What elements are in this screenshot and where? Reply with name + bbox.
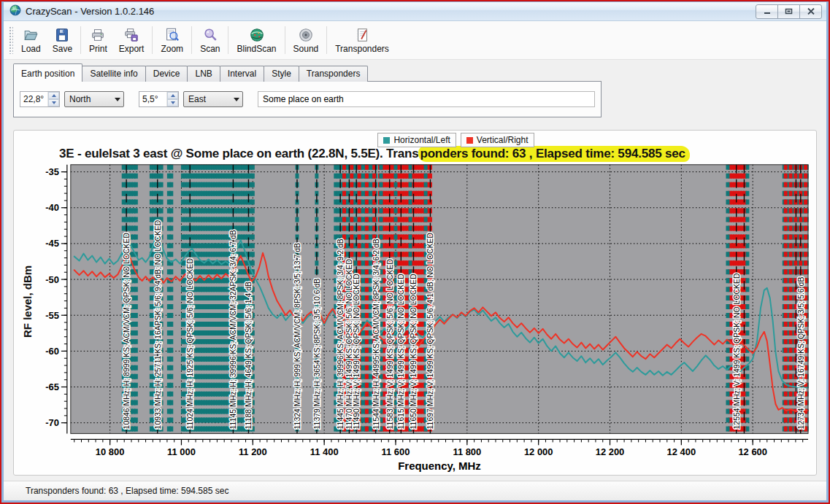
scan-button[interactable]: Scan xyxy=(194,23,226,58)
magnifier-icon xyxy=(202,27,218,43)
tab-lnb[interactable]: LNB xyxy=(187,66,220,82)
legend-label: Horizontal/Left xyxy=(393,135,450,145)
plot-row: RF level, dBm 10846 MHz; H; 8999 KS; ACM… xyxy=(17,163,813,476)
spin-down-button[interactable] xyxy=(167,99,178,106)
combo-arrow[interactable] xyxy=(231,98,242,101)
place-name-input[interactable] xyxy=(258,91,595,107)
earth-position-page: 22,8° North 5,5° East xyxy=(13,81,602,117)
sound-button[interactable]: Sound xyxy=(288,23,325,58)
toolbar-button-label: Zoom xyxy=(161,44,183,54)
maximize-button[interactable] xyxy=(777,4,800,19)
x-tick-label: 11 600 xyxy=(382,446,410,457)
x-tick-label: 12 400 xyxy=(667,446,696,457)
chevron-down-icon xyxy=(52,101,56,104)
x-tick-label: 12 200 xyxy=(596,446,625,457)
floppy-icon xyxy=(54,27,70,43)
main-toolbar: LoadSavePrintExportZoomScanBlindScanSoun… xyxy=(4,21,826,60)
tab-transponders[interactable]: Transponders xyxy=(299,66,369,82)
toolbar-separator xyxy=(80,26,81,54)
latitude-hemisphere-select[interactable]: North xyxy=(64,91,124,107)
transponder-label: 12734 MHz; V; 16749 KS; QPSK; 3/5; 5.6 d… xyxy=(797,277,805,430)
combo-arrow[interactable] xyxy=(112,98,123,101)
toolbar-button-label: Sound xyxy=(293,44,319,54)
app-globe-icon xyxy=(9,4,21,18)
y-tick-label: -45 xyxy=(45,238,59,249)
transponder-label: 11379 MHz; H; 3654 KS; 8PSK; 3/5; 10.6 d… xyxy=(313,279,321,430)
transponder-label: 11188 MHz; H; 4649 KS; QPSK; 5/6; 1.4 dB xyxy=(245,282,253,429)
transponder-label: 10846 MHz; H; 8999 KS; ACM/VCM; QPSK; NO… xyxy=(123,232,131,429)
transponder-label: 11024 MHz; H; 1925 KS; QPSK; 5/6; NO LOC… xyxy=(186,257,194,429)
tab-satellite-info[interactable]: Satellite info xyxy=(82,66,145,82)
toolbar-separator xyxy=(191,26,192,54)
toolbar-separator xyxy=(285,26,285,54)
longitude-hemisphere-value: East xyxy=(188,94,206,104)
transponders-button[interactable]: Transponders xyxy=(329,23,395,58)
x-tick-label: 11 200 xyxy=(239,446,267,457)
status-bar: Transponders found: 63 , Elapsed time: 5… xyxy=(4,481,826,500)
legend-item-vertical-right[interactable]: Vertical/Right xyxy=(461,133,534,147)
notepad-icon xyxy=(354,27,370,43)
y-axis-title: RF level, dBm xyxy=(17,163,37,440)
longitude-value[interactable]: 5,5° xyxy=(139,92,166,106)
legend-item-horizontal-left[interactable]: Horizontal/Left xyxy=(377,133,456,147)
zoom-button[interactable]: Zoom xyxy=(155,23,189,58)
blindscan-button[interactable]: BlindScan xyxy=(231,23,282,58)
toolbar-button-label: Print xyxy=(89,44,107,54)
chart-title-text: 3E - eulelsat 3 east @ Some place on ear… xyxy=(59,147,418,160)
toolbar-separator xyxy=(326,26,327,54)
toolbar-separator xyxy=(228,26,228,54)
latitude-value[interactable]: 22,8° xyxy=(20,92,47,106)
spin-up-button[interactable] xyxy=(48,92,59,99)
application-window: CrazyScan - Version 1.0.2.146 LoadSavePr… xyxy=(1,1,829,503)
folder-open-icon xyxy=(23,27,39,43)
x-axis-title: Frequency, MHz xyxy=(398,460,480,472)
chevron-up-icon xyxy=(52,94,56,97)
chart-title: 3E - eulelsat 3 east @ Some place on ear… xyxy=(59,147,813,161)
load-button[interactable]: Load xyxy=(15,23,47,58)
y-tick-label: -70 xyxy=(45,417,59,428)
transponder-label: 10933 MHz; H; 25711 KS; 16APSK; 5/6; 9.4… xyxy=(154,220,162,429)
toolbar-grip[interactable] xyxy=(9,26,13,54)
transponder-label: 11615 MHz; V; 1499 KS; QPSK; NO LOCKED xyxy=(397,274,405,430)
x-tick-label: 11 800 xyxy=(453,446,481,457)
window-controls xyxy=(756,4,822,19)
latitude-hemisphere-value: North xyxy=(69,94,91,104)
save-button[interactable]: Save xyxy=(47,23,78,58)
export-button[interactable]: Export xyxy=(113,23,150,58)
chevron-down-icon xyxy=(171,101,175,104)
settings-tab-control: Earth positionSatellite infoDeviceLNBInt… xyxy=(13,63,826,117)
tab-interval[interactable]: Interval xyxy=(220,66,264,82)
chevron-down-icon xyxy=(115,98,120,101)
title-bar[interactable]: CrazyScan - Version 1.0.2.146 xyxy=(4,2,826,21)
status-text: Transponders found: 63 , Elapsed time: 5… xyxy=(26,486,228,496)
x-tick-label: 11 400 xyxy=(310,446,339,457)
transponder-label: 11697 MHz; V; 1499 KS; QPSK; 5/6; 4.1 dB… xyxy=(426,232,434,429)
y-tick-label: -35 xyxy=(45,166,59,177)
spectrum-chart-panel: Horizontal/LeftVertical/Right 3E - eulel… xyxy=(13,130,817,476)
chevron-up-icon xyxy=(171,94,175,97)
transponder-label: 11145 MHz; H; 39996 KS; ACM/VCM; 32APSK;… xyxy=(229,230,237,429)
longitude-spinner[interactable]: 5,5° xyxy=(139,91,179,107)
spectrum-plot[interactable]: 10846 MHz; H; 8999 KS; ACM/VCM; QPSK; NO… xyxy=(37,163,813,476)
minimize-button[interactable] xyxy=(756,4,778,19)
print-button[interactable]: Print xyxy=(83,23,113,58)
latitude-spin-arrows xyxy=(47,92,59,106)
y-tick-label: -55 xyxy=(45,310,59,321)
longitude-spin-arrows xyxy=(166,92,178,106)
transponder-label: 12554 MHz; V; 1499 KS; QPSK; NO LOCKED xyxy=(733,273,741,429)
tab-earth-position[interactable]: Earth position xyxy=(13,63,82,82)
spin-down-button[interactable] xyxy=(48,99,59,106)
tab-style[interactable]: Style xyxy=(264,66,299,82)
toolbar-button-label: Export xyxy=(119,44,145,54)
longitude-hemisphere-select[interactable]: East xyxy=(183,91,243,107)
x-tick-label: 12 600 xyxy=(738,446,767,457)
tab-device[interactable]: Device xyxy=(145,66,188,82)
spin-up-button[interactable] xyxy=(167,92,178,99)
toolbar-button-label: Save xyxy=(53,44,72,54)
window-title: CrazyScan - Version 1.0.2.146 xyxy=(26,6,154,17)
close-button[interactable] xyxy=(799,4,822,19)
transponder-label: 11544 MHz; H; 44995 KS; ACM/VCM; 8PSK; 3… xyxy=(372,239,380,429)
latitude-spinner[interactable]: 22,8° xyxy=(20,91,60,107)
legend-swatch-icon xyxy=(383,137,390,144)
legend-label: Vertical/Right xyxy=(477,135,529,145)
